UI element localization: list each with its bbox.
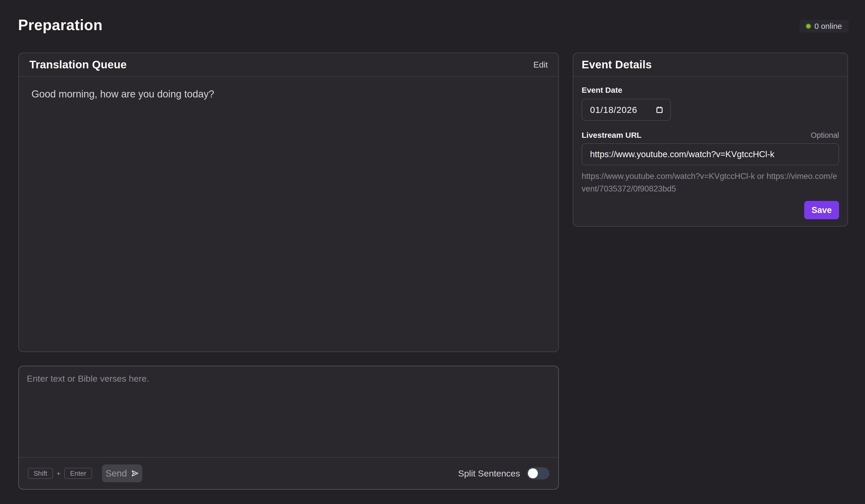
composer-footer: Shift + Enter Send Split Sentences xyxy=(19,457,558,489)
online-status-dot xyxy=(806,24,810,28)
event-details-body: Event Date 01/18/2026 Livestream URL Opt… xyxy=(573,77,847,226)
translation-queue-list: Good morning, how are you doing today? xyxy=(19,77,558,352)
event-details-title: Event Details xyxy=(582,58,652,71)
send-button[interactable]: Send xyxy=(102,465,142,482)
livestream-url-helper: https://www.youtube.com/watch?v=KVgtccHC… xyxy=(582,170,839,195)
translation-queue-panel: Translation Queue Edit Good morning, how… xyxy=(18,52,559,352)
event-details-panel: Event Details Event Date 01/18/2026 Live… xyxy=(573,52,848,226)
split-sentences-toggle[interactable] xyxy=(527,467,550,479)
save-button[interactable]: Save xyxy=(804,201,839,219)
event-date-input[interactable]: 01/18/2026 xyxy=(582,99,671,121)
composer-panel: Shift + Enter Send Split Sentences xyxy=(18,366,559,490)
kbd-plus-sign: + xyxy=(57,469,60,478)
kbd-shift: Shift xyxy=(28,468,53,479)
livestream-label-row: Livestream URL Optional xyxy=(582,131,839,140)
edit-button[interactable]: Edit xyxy=(533,60,548,70)
translation-queue-title: Translation Queue xyxy=(30,58,127,71)
optional-label: Optional xyxy=(811,131,839,140)
event-details-header: Event Details xyxy=(573,53,847,77)
page-title: Preparation xyxy=(18,16,103,34)
event-date-label: Event Date xyxy=(582,86,839,95)
online-status-badge: 0 online xyxy=(799,20,849,33)
online-count-label: 0 online xyxy=(815,22,842,31)
event-date-value: 01/18/2026 xyxy=(590,105,637,115)
toggle-knob xyxy=(528,468,538,478)
queue-message: Good morning, how are you doing today? xyxy=(32,87,546,101)
spacer xyxy=(582,121,839,131)
split-sentences-label: Split Sentences xyxy=(458,468,520,479)
save-row: Save xyxy=(582,201,839,219)
composer-input[interactable] xyxy=(19,366,558,457)
send-icon xyxy=(130,469,139,478)
livestream-url-input[interactable] xyxy=(582,143,839,165)
send-button-label: Send xyxy=(106,468,127,479)
livestream-url-label: Livestream URL xyxy=(582,131,642,140)
translation-queue-header: Translation Queue Edit xyxy=(19,53,558,77)
kbd-enter: Enter xyxy=(64,468,92,479)
calendar-icon[interactable] xyxy=(656,106,664,114)
